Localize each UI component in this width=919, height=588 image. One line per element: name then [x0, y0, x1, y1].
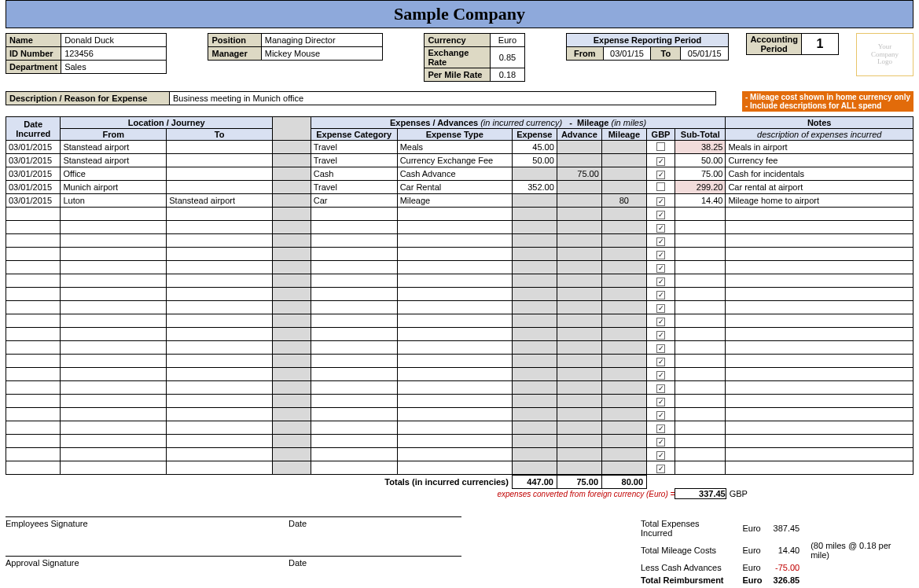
summary-table: Total Expenses IncurredEuro387.45 Total … [634, 516, 913, 587]
description-box: Description / Reason for Expense Busines… [6, 91, 716, 105]
gbp-checkbox[interactable]: ✓ [656, 465, 665, 473]
gbp-checkbox[interactable]: ✓ [656, 398, 665, 406]
table-row: ✓ [6, 208, 913, 221]
table-row: ✓ [6, 421, 913, 435]
sum-expenses-value: 387.45 [769, 518, 805, 538]
table-row: ✓ [6, 408, 913, 421]
col-expense: Expense [512, 129, 557, 141]
gbp-checkbox[interactable]: ✓ [656, 451, 665, 460]
col-date: Date Incurred [6, 117, 61, 141]
gbp-checkbox[interactable]: ✓ [656, 264, 665, 273]
sum-mileage-value: 14.40 [769, 540, 805, 560]
table-row: ✓ [6, 274, 913, 288]
gbp-checkbox[interactable]: ✓ [656, 331, 665, 340]
table-row: 03/01/2015OfficeCashCash Advance75.00✓75… [6, 167, 913, 181]
table-row: ✓ [6, 461, 913, 475]
id-value[interactable]: 123456 [61, 47, 167, 61]
sum-mileage-label: Total Mileage Costs [636, 540, 736, 560]
dept-label: Department [6, 61, 61, 74]
position-value[interactable]: Managing Director [261, 34, 383, 47]
table-row: 03/01/2015Munich airportTravelCar Rental… [6, 181, 913, 194]
from-value[interactable]: 03/01/15 [603, 47, 651, 61]
sum-total-value: 326.85 [769, 575, 805, 586]
col-type: Expense Type [397, 129, 512, 141]
employee-box: NameDonald Duck ID Number123456 Departme… [6, 33, 167, 74]
accounting-box: Accounting Period 1 [746, 33, 839, 55]
conversion-unit: GBP [726, 489, 913, 499]
col-to: To [167, 129, 273, 141]
table-row: ✓ [6, 314, 913, 328]
accounting-value[interactable]: 1 [802, 34, 839, 55]
table-row: ✓ [6, 448, 913, 461]
gbp-checkbox[interactable]: ✓ [656, 224, 665, 233]
gbp-checkbox[interactable]: ✓ [656, 291, 665, 300]
totals-advance: 75.00 [557, 476, 601, 489]
col-category: Expense Category [311, 129, 397, 141]
job-box: PositionManaging Director ManagerMickey … [208, 33, 383, 61]
gbp-checkbox[interactable]: ✓ [656, 157, 665, 166]
to-label: To [651, 47, 681, 61]
description-value[interactable]: Business meeting in Munich office [170, 92, 716, 105]
approval-date-label: Date [289, 558, 307, 568]
totals-label: Totals (in incurred currencies) [6, 476, 512, 489]
table-row: ✓ [6, 368, 913, 381]
gbp-checkbox[interactable]: ✓ [656, 318, 665, 326]
period-box: Expense Reporting Period From 03/01/15 T… [566, 33, 729, 61]
table-row: ✓ [6, 435, 913, 448]
col-gbp: GBP [646, 129, 675, 141]
employee-signature-label: Employees Signature [6, 519, 289, 528]
exchange-rate-label: Exchange Rate [425, 47, 491, 68]
company-title: Sample Company [6, 0, 913, 28]
gbp-checkbox[interactable]: ✓ [656, 171, 665, 179]
sum-mileage-note: (80 miles @ 0.18 per mile) [806, 540, 912, 560]
gbp-checkbox[interactable]: ✓ [656, 197, 665, 206]
gbp-checkbox[interactable]: ✓ [656, 277, 665, 286]
table-row: 03/01/2015Stanstead airportTravelCurrenc… [6, 154, 913, 167]
col-notes-sub: description of expenses incurred [726, 129, 913, 141]
gbp-checkbox[interactable] [656, 182, 665, 191]
dept-value[interactable]: Sales [61, 61, 167, 74]
manager-value[interactable]: Mickey Mouse [261, 47, 383, 61]
rates-box: CurrencyEuro Exchange Rate0.85 Per Mile … [424, 33, 524, 82]
description-label: Description / Reason for Expense [6, 92, 170, 105]
from-label: From [566, 47, 603, 61]
currency-value[interactable]: Euro [491, 34, 525, 47]
col-subtotal: Sub-Total [675, 129, 726, 141]
gbp-checkbox[interactable]: ✓ [656, 411, 665, 420]
per-mile-label: Per Mile Rate [425, 68, 491, 82]
currency-label: Currency [425, 34, 491, 47]
name-value[interactable]: Donald Duck [61, 34, 167, 47]
gbp-checkbox[interactable]: ✓ [656, 438, 665, 447]
table-row: ✓ [6, 355, 913, 368]
warning-1: - Mileage cost shown in home currency on… [745, 93, 910, 101]
col-notes: Notes [726, 117, 913, 129]
gbp-checkbox[interactable]: ✓ [656, 358, 665, 366]
exchange-rate-value[interactable]: 0.85 [491, 47, 525, 68]
gbp-checkbox[interactable]: ✓ [656, 344, 665, 353]
logo-placeholder: Your Company Logo [856, 33, 913, 76]
gbp-checkbox[interactable]: ✓ [656, 251, 665, 259]
per-mile-value[interactable]: 0.18 [491, 68, 525, 82]
gbp-checkbox[interactable]: ✓ [656, 384, 665, 393]
col-mileage: Mileage [601, 129, 646, 141]
col-from: From [61, 129, 167, 141]
col-expenses-header: Expenses / Advances (in incurred currenc… [311, 117, 726, 129]
sum-advances-value: -75.00 [769, 562, 805, 573]
table-row: ✓ [6, 234, 913, 248]
gbp-checkbox[interactable]: ✓ [656, 211, 665, 219]
to-value[interactable]: 05/01/15 [681, 47, 729, 61]
table-row: ✓ [6, 301, 913, 314]
gbp-checkbox[interactable]: ✓ [656, 237, 665, 246]
table-row: ✓ [6, 248, 913, 261]
gbp-checkbox[interactable]: ✓ [656, 424, 665, 433]
name-label: Name [6, 34, 61, 47]
period-header: Expense Reporting Period [566, 34, 728, 47]
conversion-label: expenses converted from foreign currency… [6, 489, 675, 499]
gbp-checkbox[interactable]: ✓ [656, 304, 665, 313]
warning-box: - Mileage cost shown in home currency on… [742, 91, 913, 112]
table-row: ✓ [6, 395, 913, 408]
gbp-checkbox[interactable]: ✓ [656, 371, 665, 380]
id-label: ID Number [6, 47, 61, 61]
gbp-checkbox[interactable] [656, 142, 665, 151]
totals-expense: 447.00 [512, 476, 557, 489]
